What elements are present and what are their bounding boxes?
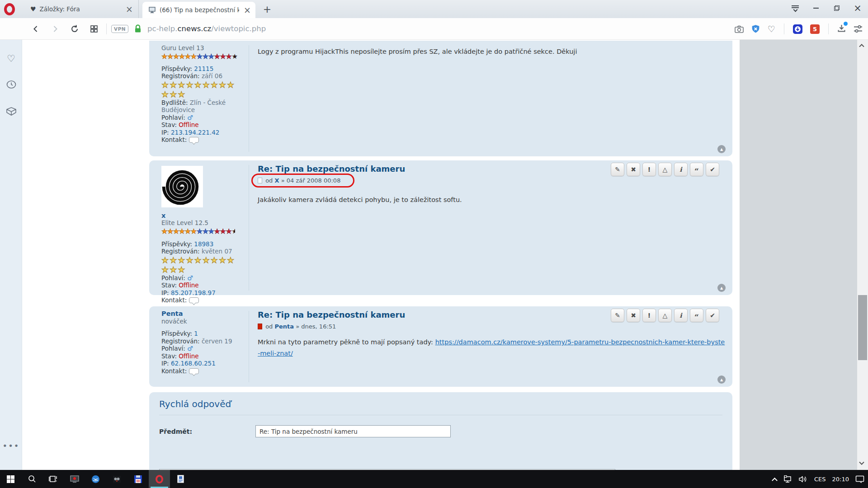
new-post-page-icon[interactable] [258,324,262,329]
notes-app-button[interactable] [170,470,191,488]
post-date: dnes, 16:51 [301,323,336,330]
warn-user-button[interactable]: △ [658,163,672,176]
pm-bubble-icon[interactable] [189,297,199,303]
author-username-link[interactable]: x [161,212,249,220]
hidden-icons-chevron-icon[interactable] [772,477,778,483]
posts-count-link[interactable]: 1 [194,330,198,337]
male-icon: ♂ [187,345,193,352]
post-info-button[interactable]: i [674,309,688,322]
screen-recorder-app-button[interactable] [64,470,85,488]
close-window-button[interactable]: × [847,0,868,16]
status-row: Stav: Offline [161,352,249,360]
minimize-button[interactable] [806,0,826,16]
quote-post-button[interactable]: “ [690,309,703,322]
page-right-margin [740,40,857,470]
back-to-top-button[interactable]: ▲ [717,284,726,292]
quote-post-button[interactable]: “ [690,163,703,176]
task-view-button[interactable] [42,470,64,488]
posts-count-link[interactable]: 18983 [194,240,213,248]
action-center-icon[interactable] [855,475,864,483]
post-info-button[interactable]: i [674,163,688,176]
post-body-text: Jakákoliv kamera zvládá detekci pohybu, … [258,194,725,206]
delete-post-button[interactable]: ✖ [627,309,640,322]
tab-topic-active[interactable]: (66) Tip na bezpečnostní ka × [142,2,255,18]
ip-link[interactable]: 62.168.60.251 [171,360,216,367]
volume-icon[interactable] [798,475,808,483]
page-scrollbar[interactable] [857,40,868,470]
opera-logo-icon[interactable] [4,3,15,15]
approve-post-button[interactable]: ✔ [706,163,719,176]
sidebar-more-dots-icon[interactable]: ••• [0,441,22,450]
tab-menu-button[interactable] [785,0,806,16]
report-post-button[interactable]: ! [642,309,656,322]
download-extension-icon[interactable] [793,24,802,34]
meta-author-link[interactable]: X [275,177,279,184]
vpn-badge[interactable]: VPN [111,25,128,33]
downloads-button[interactable] [837,24,846,34]
reload-button[interactable] [67,21,82,37]
restore-button[interactable] [826,0,847,16]
opera-taskbar-button[interactable] [149,470,170,488]
post-author-panel: Guru Level 13 ★★★★★★★★★★★★★ Příspěvky: 2… [149,41,249,144]
snapshot-camera-icon[interactable] [735,25,744,33]
clock[interactable]: 20:10 [832,476,849,483]
save-tool-app-button[interactable] [127,470,149,488]
approve-post-button[interactable]: ✔ [706,309,719,322]
tab-title: (66) Tip na bezpečnostní ka [160,6,239,14]
registered-row: Registrován: červen 19 [161,338,249,345]
heart-favicon-icon: ♥ [30,5,36,13]
scroll-up-arrow[interactable] [860,43,864,48]
scrollbar-thumb[interactable] [858,295,867,360]
warn-user-button[interactable]: △ [658,309,672,322]
secure-lock-icon[interactable] [134,24,142,33]
report-post-button[interactable]: ! [642,163,656,176]
tab-bookmarks[interactable]: ♥ Záložky: Fóra × [20,0,139,18]
forward-button[interactable] [47,21,63,37]
back-to-top-button[interactable]: ▲ [717,145,726,153]
forward-icon [51,25,59,33]
scroll-down-arrow[interactable] [860,462,864,466]
registered-row: Registrován: září 06 [161,72,249,80]
ip-link[interactable]: 85.207.198.97 [171,289,216,296]
html5-extension-icon[interactable]: 5 [810,24,820,34]
task-view-icon [49,475,57,483]
address-url[interactable]: pc-help.cnews.cz/viewtopic.php [147,24,266,33]
back-to-top-button[interactable]: ▲ [717,375,726,384]
shield-extension-icon[interactable] [751,24,760,33]
delete-post-button[interactable]: ✖ [627,163,640,176]
subject-input[interactable] [255,425,451,437]
tab-close-icon[interactable]: × [125,4,134,14]
pm-bubble-icon[interactable] [189,368,199,374]
extensions-box-icon[interactable] [0,107,22,118]
dark-utility-app-button[interactable] [106,470,127,488]
male-icon: ♂ [187,114,193,121]
ip-link[interactable]: 213.194.221.42 [171,129,219,136]
network-icon[interactable] [783,475,792,483]
meta-author-link[interactable]: Penta [275,323,294,330]
bookmarks-heart-icon[interactable]: ♡ [0,53,22,64]
edit-post-button[interactable]: ✎ [611,163,624,176]
pm-bubble-icon[interactable] [189,137,199,143]
speed-dial-button[interactable] [86,21,102,37]
spiral-avatar[interactable] [161,166,203,207]
new-tab-button[interactable]: + [261,4,273,15]
post-page-icon[interactable] [258,178,262,183]
search-button[interactable] [21,470,42,488]
history-clock-icon[interactable] [0,80,22,91]
start-button[interactable] [0,470,21,488]
male-icon: ♂ [187,274,193,282]
tab-close-icon[interactable]: × [243,5,252,15]
thunderbird-app-button[interactable] [85,470,106,488]
screen-recorder-icon [70,475,79,483]
language-indicator[interactable]: CES [814,476,826,483]
author-username-link[interactable]: Penta [161,310,249,318]
edit-post-button[interactable]: ✎ [611,309,624,322]
bookmark-heart-icon[interactable]: ♡ [768,24,775,34]
easy-setup-tune-icon[interactable] [854,25,863,33]
posts-count-link[interactable]: 21115 [194,65,213,72]
contact-row: Kontakt: [161,367,249,375]
rank-stars: ★★★★★★★★★★★★★ [161,52,249,61]
back-button[interactable] [28,21,43,37]
url-prefix: pc-help. [147,24,177,33]
gender-row: Pohlaví: ♂ [161,114,249,122]
